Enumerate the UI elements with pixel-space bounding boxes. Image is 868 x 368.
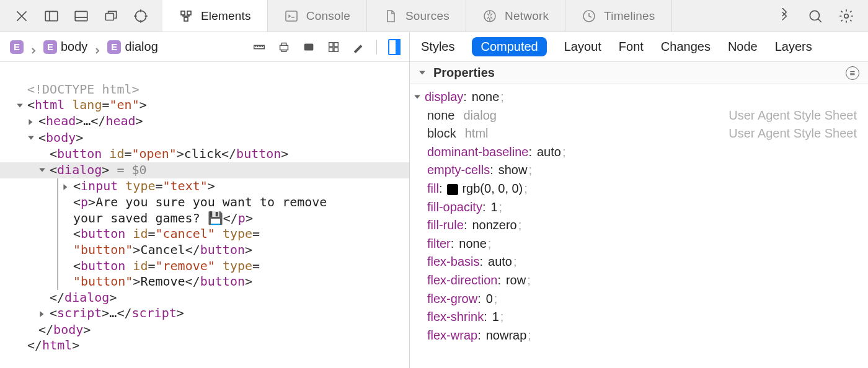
svg-rect-22 xyxy=(334,42,338,46)
tab-label: Network xyxy=(505,9,549,23)
dom-val: remove xyxy=(163,258,208,273)
dom-text: your saved games? 💾 xyxy=(73,211,223,226)
dom-text: Are you sure you want to remove xyxy=(95,195,327,209)
property-row[interactable]: fill-opacity:1; xyxy=(427,198,868,217)
dom-selected-row[interactable]: <dialog> = $0 xyxy=(0,162,409,178)
properties-header[interactable]: Properties ≡ xyxy=(410,62,868,84)
property-row[interactable]: fill:rgb(0, 0, 0); xyxy=(427,180,868,198)
disclosure-triangle-icon[interactable] xyxy=(38,306,47,322)
properties-title: Properties xyxy=(433,66,846,80)
property-value: nowrap xyxy=(486,326,527,345)
tab-network[interactable]: Network xyxy=(466,0,565,32)
paint-icon[interactable] xyxy=(352,40,365,54)
property-row[interactable]: fill-rule:nonzero; xyxy=(427,216,868,235)
ruler-icon[interactable] xyxy=(252,40,266,54)
tab-timelines[interactable]: Timelines xyxy=(565,0,671,32)
property-name: dominant-baseline xyxy=(427,143,528,162)
property-name: flex-direction xyxy=(427,271,497,290)
element-picker-icon[interactable] xyxy=(133,8,149,24)
property-name: filter xyxy=(427,235,451,253)
detach-icon[interactable] xyxy=(103,8,119,24)
property-row[interactable]: flex-wrap:nowrap; xyxy=(427,326,868,345)
property-name: flex-wrap xyxy=(427,326,477,345)
dock-vertical-icon[interactable] xyxy=(43,8,60,24)
tab-console[interactable]: Console xyxy=(268,0,367,32)
sidebar-tab-layers[interactable]: Layers xyxy=(775,40,812,54)
svg-rect-2 xyxy=(75,11,87,20)
property-value: 0 xyxy=(486,290,493,309)
property-value: 1 xyxy=(490,198,497,217)
property-name: fill-rule xyxy=(427,216,464,235)
crumb-badge: E xyxy=(43,40,57,54)
filter-icon[interactable]: ≡ xyxy=(846,66,859,80)
property-row[interactable]: flex-direction:row; xyxy=(427,271,868,290)
dom-text: click xyxy=(184,146,221,161)
sidebar-tab-computed[interactable]: Computed xyxy=(472,37,546,56)
property-row[interactable]: dominant-baseline:auto; xyxy=(427,143,868,162)
property-value: row xyxy=(506,271,526,290)
tab-sources[interactable]: Sources xyxy=(367,0,466,32)
forced-colors-icon[interactable] xyxy=(302,40,316,54)
disclosure-triangle-icon[interactable] xyxy=(27,114,36,130)
dom-val: text xyxy=(170,178,200,193)
disclosure-triangle-icon[interactable] xyxy=(27,130,36,146)
tab-label: Timelines xyxy=(604,9,655,23)
top-toolbar: Elements Console Sources Network Timelin… xyxy=(0,0,868,32)
svg-rect-12 xyxy=(184,17,188,21)
dom-tag: body xyxy=(53,322,83,337)
property-row[interactable]: nonedialogUser Agent Style Sheet xyxy=(427,107,868,125)
property-value: nonzero xyxy=(472,216,516,235)
disclosure-triangle-icon[interactable] xyxy=(414,88,422,107)
properties-list[interactable]: display:none;nonedialogUser Agent Style … xyxy=(410,84,868,368)
dom-attr: lang xyxy=(72,97,102,112)
dom-doctype: <!DOCTYPE html> xyxy=(27,82,140,97)
disclosure-triangle-icon[interactable] xyxy=(38,162,47,178)
elements-tools xyxy=(252,39,403,55)
property-row[interactable]: blockhtmlUser Agent Style Sheet xyxy=(427,125,868,143)
property-row[interactable]: flex-grow:0; xyxy=(427,290,868,309)
dom-tag: button xyxy=(236,146,281,161)
crumb-label: body xyxy=(61,40,87,54)
print-styles-icon[interactable] xyxy=(277,40,291,54)
chevron-right-icon xyxy=(30,43,37,51)
sidebar-tab-layout[interactable]: Layout xyxy=(564,40,601,54)
settings-icon[interactable] xyxy=(838,8,854,24)
tab-label: Console xyxy=(306,9,350,23)
disclosure-triangle-icon[interactable] xyxy=(418,66,427,80)
property-row[interactable]: display:none; xyxy=(427,88,868,107)
svg-rect-4 xyxy=(105,13,113,20)
property-row[interactable]: flex-shrink:1; xyxy=(427,308,868,326)
breadcrumbs[interactable]: E E body E dialog xyxy=(10,40,252,54)
property-value: auto xyxy=(488,253,512,271)
property-row[interactable]: empty-cells:show; xyxy=(427,161,868,180)
override-selector: dialog xyxy=(464,107,497,125)
dom-tag: script xyxy=(57,305,102,320)
layout-overlay-toggle[interactable] xyxy=(388,39,401,55)
crumb-badge: E xyxy=(10,40,24,54)
dock-controls xyxy=(0,0,162,32)
search-icon[interactable] xyxy=(807,8,823,24)
sidebar-tab-styles[interactable]: Styles xyxy=(421,40,454,54)
svg-rect-23 xyxy=(329,47,333,51)
tab-elements[interactable]: Elements xyxy=(162,0,268,32)
crumb-label: dialog xyxy=(125,40,157,54)
tab-label: Elements xyxy=(201,9,251,23)
disclosure-triangle-icon[interactable] xyxy=(16,98,25,114)
property-row[interactable]: filter:none; xyxy=(427,235,868,253)
color-swatch[interactable] xyxy=(447,184,458,195)
close-icon[interactable] xyxy=(14,8,30,24)
more-tabs-icon[interactable] xyxy=(776,8,792,24)
sidebar-tab-font[interactable]: Font xyxy=(619,40,644,54)
sidebar-tab-changes[interactable]: Changes xyxy=(661,40,711,54)
dock-horizontal-icon[interactable] xyxy=(73,8,89,24)
styles-pane: Styles Computed Layout Font Changes Node… xyxy=(409,32,868,368)
disclosure-triangle-icon[interactable] xyxy=(62,179,71,195)
property-row[interactable]: flex-basis:auto; xyxy=(427,253,868,271)
grid-overlay-icon[interactable] xyxy=(327,40,340,54)
main-area: E E body E dialog <!DOCTYPE html> <html … xyxy=(0,32,868,368)
svg-point-16 xyxy=(810,11,819,20)
property-value: auto xyxy=(537,143,561,162)
dom-tree[interactable]: <!DOCTYPE html> <html lang="en"> <head>…… xyxy=(0,62,409,368)
property-value: show xyxy=(498,161,528,180)
sidebar-tab-node[interactable]: Node xyxy=(728,40,758,54)
